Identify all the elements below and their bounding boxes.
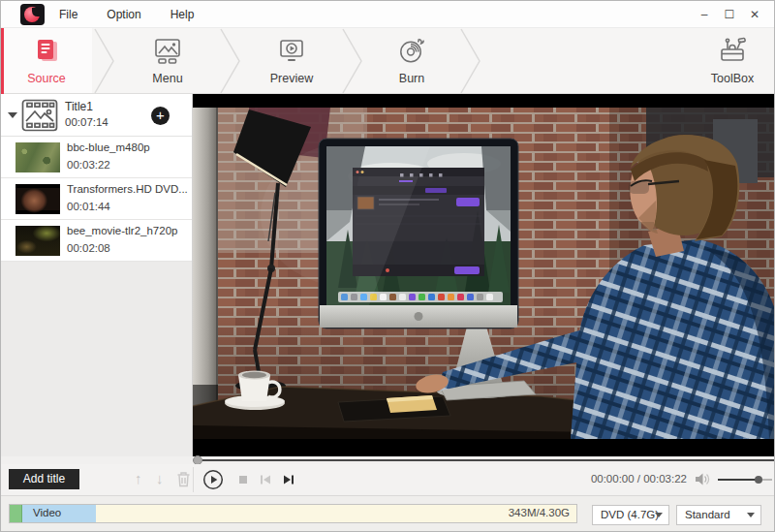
tab-source-label: Source	[27, 72, 66, 85]
video-thumbnail	[16, 184, 60, 214]
seek-row	[1, 456, 774, 464]
menu-file[interactable]: File	[45, 1, 92, 28]
toolbox-icon	[718, 36, 747, 69]
chevron-separator-icon	[340, 28, 365, 94]
next-button[interactable]	[282, 473, 295, 490]
play-button[interactable]	[202, 469, 224, 494]
tab-toolbox-label: ToolBox	[711, 72, 754, 85]
move-up-button[interactable]: ↑	[135, 470, 142, 486]
dropdown-caret-icon	[655, 513, 663, 517]
tab-menu[interactable]: Menu	[117, 28, 218, 93]
add-clip-button[interactable]: +	[151, 107, 170, 125]
volume-icon[interactable]	[695, 472, 711, 490]
source-icon	[32, 36, 61, 69]
menu-option[interactable]: Option	[92, 1, 155, 28]
move-down-button[interactable]: ↓	[156, 470, 164, 486]
chevron-separator-icon	[218, 28, 243, 94]
video-preview-frame	[193, 94, 775, 456]
capacity-usage-text: 343M/4.30G	[509, 507, 570, 518]
chevron-separator-icon	[92, 28, 117, 94]
tab-preview-label: Preview	[270, 72, 313, 85]
time-display: 00:00:00 / 00:03:22	[591, 473, 687, 485]
step-tab-bar: Source Menu	[1, 28, 774, 94]
seek-bar[interactable]	[193, 459, 774, 461]
dropdown-caret-icon	[747, 513, 755, 517]
stop-button[interactable]	[239, 476, 247, 484]
previous-button[interactable]	[259, 473, 272, 490]
tab-source[interactable]: Source	[1, 28, 92, 93]
play-icon	[202, 469, 224, 490]
tab-menu-label: Menu	[152, 72, 182, 85]
tab-burn-label: Burn	[399, 72, 424, 85]
video-name: Transformers.HD DVD...	[67, 183, 188, 195]
tab-burn[interactable]: Burn	[365, 28, 458, 93]
menu-help[interactable]: Help	[156, 1, 209, 28]
app-logo-icon	[20, 4, 45, 25]
title-group-duration: 00:07:14	[65, 116, 108, 128]
accent-bar	[1, 28, 4, 94]
delete-button[interactable]	[176, 471, 191, 491]
preview-monitor-icon	[277, 36, 306, 69]
capacity-video-label: Video	[33, 507, 61, 518]
menu-template-icon	[153, 36, 182, 69]
filmstrip-icon	[21, 99, 58, 136]
disc-format-value: DVD (4.7G)	[601, 509, 659, 520]
tab-toolbox[interactable]: ToolBox	[691, 28, 774, 93]
collapse-caret-icon[interactable]	[8, 112, 17, 118]
chevron-separator-icon	[458, 28, 483, 94]
title-bar: File Option Help – ☐ ✕	[1, 1, 774, 28]
list-item-video-2[interactable]: Transformers.HD DVD... 00:01:44	[1, 178, 192, 220]
list-item-video-1[interactable]: bbc-blue_m480p 00:03:22	[1, 137, 192, 178]
video-duration: 00:02:08	[67, 242, 110, 254]
video-duration: 00:03:22	[67, 159, 110, 171]
close-button[interactable]: ✕	[745, 5, 764, 24]
transport-bar: Add title ↑ ↓	[1, 464, 774, 495]
volume-slider[interactable]	[718, 479, 772, 481]
list-item-video-3[interactable]: bee_movie-tlr2_h720p 00:02:08	[1, 220, 192, 262]
source-list-panel: Title1 00:07:14 + bbc-blue_m480p 00:03:2…	[1, 94, 193, 456]
capacity-bar: Video 343M/4.30G	[9, 504, 577, 523]
disc-format-dropdown[interactable]: DVD (4.7G)	[592, 505, 669, 525]
quality-dropdown[interactable]: Standard	[676, 505, 761, 525]
title-group-name: Title1	[65, 100, 93, 113]
video-thumbnail	[16, 142, 60, 172]
burn-disc-icon	[397, 36, 426, 69]
maximize-button[interactable]: ☐	[720, 5, 739, 24]
video-name: bee_movie-tlr2_h720p	[67, 225, 177, 236]
title-group-row[interactable]: Title1 00:07:14 +	[1, 94, 192, 137]
status-bar: Video 343M/4.30G DVD (4.7G) Standard	[1, 495, 774, 532]
add-title-button[interactable]: Add title	[9, 469, 79, 489]
trash-icon	[176, 471, 191, 487]
volume-handle[interactable]	[755, 476, 762, 484]
window-controls: – ☐ ✕	[695, 5, 764, 24]
video-duration: 00:01:44	[67, 201, 110, 212]
next-icon	[282, 473, 295, 486]
minimize-button[interactable]: –	[695, 5, 714, 24]
app-window: File Option Help – ☐ ✕ Source	[0, 0, 775, 532]
previous-icon	[259, 473, 272, 486]
tab-preview[interactable]: Preview	[243, 28, 340, 93]
divider	[193, 467, 194, 492]
video-thumbnail	[16, 226, 60, 256]
quality-value: Standard	[685, 509, 730, 520]
video-name: bbc-blue_m480p	[67, 141, 150, 153]
capacity-segment-menu	[10, 505, 22, 522]
